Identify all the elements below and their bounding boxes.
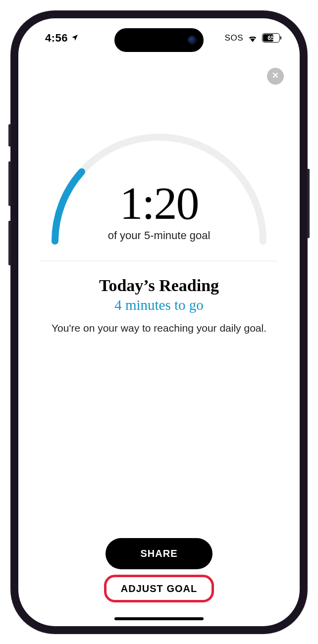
battery-level: 65 — [263, 35, 279, 42]
bottom-actions: SHARE ADJUST GOAL — [18, 538, 300, 600]
status-right: SOS 65 — [225, 33, 282, 43]
side-button-right — [308, 169, 310, 238]
dynamic-island — [114, 28, 204, 52]
status-left: 4:56 — [36, 32, 79, 45]
content-area: 1:20 of your 5-minute goal Today’s Readi… — [18, 18, 300, 626]
phone-frame: 4:56 SOS 65 — [10, 10, 308, 634]
summary-remaining: 4 minutes to go — [18, 297, 300, 313]
screen: 4:56 SOS 65 — [18, 18, 300, 626]
home-indicator[interactable] — [114, 617, 204, 620]
adjust-goal-button[interactable]: ADJUST GOAL — [109, 577, 209, 600]
close-icon — [271, 71, 279, 81]
side-buttons-left — [8, 124, 10, 280]
sos-indicator: SOS — [225, 33, 243, 43]
wifi-icon — [247, 34, 258, 42]
summary-heading: Today’s Reading — [18, 276, 300, 295]
close-button[interactable] — [267, 68, 284, 85]
summary-body: You're on your way to reaching your dail… — [18, 322, 300, 334]
camera-dot — [188, 36, 197, 45]
progress-gauge: 1:20 of your 5-minute goal — [40, 122, 278, 246]
divider — [40, 261, 278, 261]
share-button[interactable]: SHARE — [106, 538, 212, 569]
status-time: 4:56 — [45, 32, 68, 45]
battery-icon: 65 — [262, 33, 280, 43]
location-icon — [71, 32, 79, 45]
gauge-arc — [40, 122, 278, 246]
